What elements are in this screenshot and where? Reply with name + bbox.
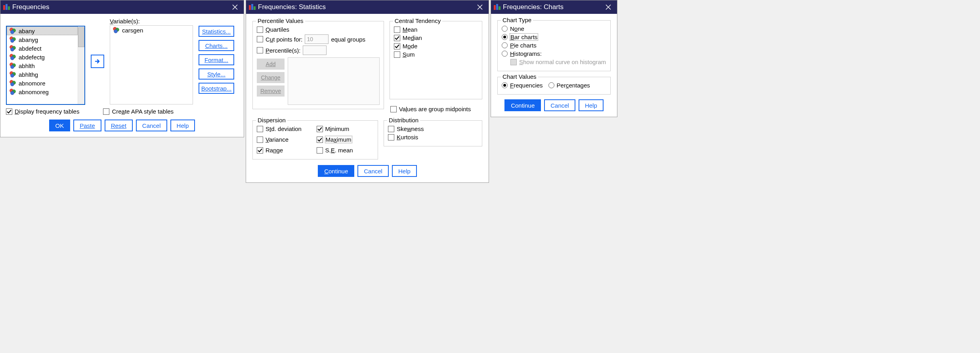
- close-icon[interactable]: [603, 2, 614, 13]
- skew-checkbox[interactable]: Skewness: [388, 125, 478, 132]
- change-button: Change: [257, 72, 285, 83]
- nominal-icon: [9, 71, 16, 78]
- dialog-content: Chart Type None Bar charts Pie charts Hi…: [491, 14, 617, 117]
- nominal-icon: [9, 36, 16, 43]
- kurt-checkbox[interactable]: Kurtosis: [388, 134, 478, 140]
- help-button[interactable]: Help: [579, 99, 604, 111]
- app-icon: [3, 4, 11, 11]
- cancel-button[interactable]: Cancel: [136, 120, 167, 131]
- var-item[interactable]: abanyg: [7, 35, 78, 44]
- scrollbar[interactable]: [78, 27, 84, 104]
- dialog-title: Frequencies: Statistics: [256, 3, 474, 11]
- mean-checkbox[interactable]: Mean: [394, 26, 478, 33]
- var-item[interactable]: abdefect: [7, 44, 78, 53]
- chart-none-radio[interactable]: None: [502, 25, 606, 32]
- perc-radio[interactable]: Percentages: [548, 82, 590, 89]
- dialog-title: Frequencies: Charts: [501, 3, 603, 11]
- cutpoints-checkbox[interactable]: Cut points for: equal groups: [257, 34, 380, 44]
- std-checkbox[interactable]: Std. deviation: [257, 125, 314, 132]
- range-checkbox[interactable]: Range: [257, 147, 314, 154]
- button-row: Continue Cancel Help: [497, 99, 611, 111]
- cancel-button[interactable]: Cancel: [544, 99, 575, 111]
- var-checkbox[interactable]: Variance: [257, 136, 314, 143]
- percentiles-checkbox[interactable]: Percentile(s):: [257, 46, 380, 55]
- dialog-content: abany abanyg abdefect abdefectg abhlth a…: [0, 14, 244, 137]
- cutpoints-suffix: equal groups: [331, 36, 365, 43]
- charts-button[interactable]: Charts...: [199, 40, 234, 51]
- side-button-column: Statistics... Charts... Format... Style.…: [199, 26, 234, 97]
- percentile-list[interactable]: [288, 57, 380, 105]
- legend-central: Central Tendency: [393, 17, 442, 24]
- var-item[interactable]: carsgen: [110, 26, 193, 34]
- source-var-column: abany abanyg abdefect abdefectg abhlth a…: [6, 26, 85, 105]
- display-frequency-tables-checkbox[interactable]: Display frequency tables: [6, 108, 79, 115]
- close-icon[interactable]: [474, 2, 485, 13]
- chart-pie-radio[interactable]: Pie charts: [502, 42, 606, 49]
- chart-bar-radio[interactable]: Bar charts: [502, 34, 606, 40]
- variables-label: Variable(s):: [110, 18, 193, 25]
- max-checkbox[interactable]: Maximum: [317, 136, 374, 143]
- style-button[interactable]: Style...: [199, 68, 234, 80]
- continue-button[interactable]: Continue: [318, 165, 354, 177]
- ok-button[interactable]: OK: [49, 120, 71, 131]
- mode-checkbox[interactable]: Mode: [394, 43, 478, 49]
- chart-hist-radio[interactable]: Histograms:: [502, 50, 606, 57]
- percentile-input[interactable]: [303, 46, 327, 55]
- dialog-content: Percentile Values Quartiles Cut points f…: [246, 14, 489, 182]
- app-icon: [248, 4, 256, 11]
- help-button[interactable]: Help: [392, 165, 417, 177]
- cutpoints-input[interactable]: [305, 34, 329, 44]
- nominal-icon: [9, 62, 16, 69]
- legend-dispersion: Dispersion: [256, 117, 287, 123]
- var-item[interactable]: abhlth: [7, 61, 78, 70]
- var-item[interactable]: abhlthg: [7, 70, 78, 79]
- sum-checkbox[interactable]: Sum: [394, 51, 478, 58]
- source-variable-list[interactable]: abany abanyg abdefect abdefectg abhlth a…: [7, 27, 78, 104]
- paste-button[interactable]: Paste: [73, 120, 101, 131]
- chart-type-fieldset: Chart Type None Bar charts Pie charts Hi…: [497, 20, 611, 71]
- move-button-col: [91, 18, 104, 105]
- var-label: abdefectg: [19, 54, 45, 61]
- reset-button[interactable]: Reset: [105, 120, 133, 131]
- statistics-button[interactable]: Statistics...: [199, 26, 234, 37]
- nominal-icon: [9, 88, 16, 95]
- freq-radio[interactable]: Frequencies: [502, 82, 543, 89]
- normal-curve-checkbox: Show normal curve on histogram: [510, 59, 606, 65]
- dispersion-fieldset: Dispersion Std. deviation Minimum Varian…: [252, 120, 378, 159]
- quartiles-checkbox[interactable]: Quartiles: [257, 26, 380, 33]
- var-label: abany: [19, 28, 35, 34]
- bootstrap-button[interactable]: Bootstrap...: [199, 83, 234, 94]
- charts-dialog: Frequencies: Charts Chart Type None Bar …: [491, 0, 617, 117]
- help-button[interactable]: Help: [170, 120, 195, 131]
- se-checkbox[interactable]: S.E. mean: [317, 147, 374, 154]
- var-item[interactable]: abnomore: [7, 79, 78, 87]
- var-label: carsgen: [122, 27, 143, 34]
- var-label: abnomore: [19, 80, 46, 87]
- midpoints-checkbox[interactable]: Values are group midpoints: [390, 106, 483, 112]
- target-variable-list[interactable]: carsgen: [110, 25, 193, 104]
- button-row: OK Paste Reset Cancel Help: [6, 120, 238, 131]
- var-item[interactable]: abnomoreg: [7, 87, 78, 96]
- titlebar: Frequencies: Statistics: [246, 0, 489, 14]
- nominal-icon: [113, 27, 120, 34]
- cancel-button[interactable]: Cancel: [357, 165, 389, 177]
- continue-button[interactable]: Continue: [504, 99, 541, 111]
- create-apa-checkbox[interactable]: Create APA style tables: [103, 108, 174, 115]
- legend-chart-type: Chart Type: [501, 17, 533, 23]
- target-var-column: Variable(s): carsgen: [110, 18, 193, 104]
- var-item-selected[interactable]: abany: [7, 27, 78, 35]
- move-right-button[interactable]: [91, 55, 104, 68]
- var-item[interactable]: abdefectg: [7, 53, 78, 61]
- median-checkbox[interactable]: Median: [394, 34, 478, 41]
- display-ft-label: Display frequency tables: [15, 108, 79, 115]
- percentile-btn-col: Add Change Remove: [257, 57, 285, 98]
- close-icon[interactable]: [229, 2, 241, 13]
- central-fieldset: Central Tendency Mean Median Mode Sum: [390, 21, 482, 99]
- min-checkbox[interactable]: Minimum: [317, 125, 374, 132]
- remove-button: Remove: [257, 85, 285, 97]
- add-button: Add: [257, 59, 285, 70]
- create-apa-label: Create APA style tables: [112, 108, 174, 115]
- legend-percentile: Percentile Values: [256, 17, 305, 24]
- format-button[interactable]: Format...: [199, 54, 234, 65]
- nominal-icon: [9, 45, 16, 52]
